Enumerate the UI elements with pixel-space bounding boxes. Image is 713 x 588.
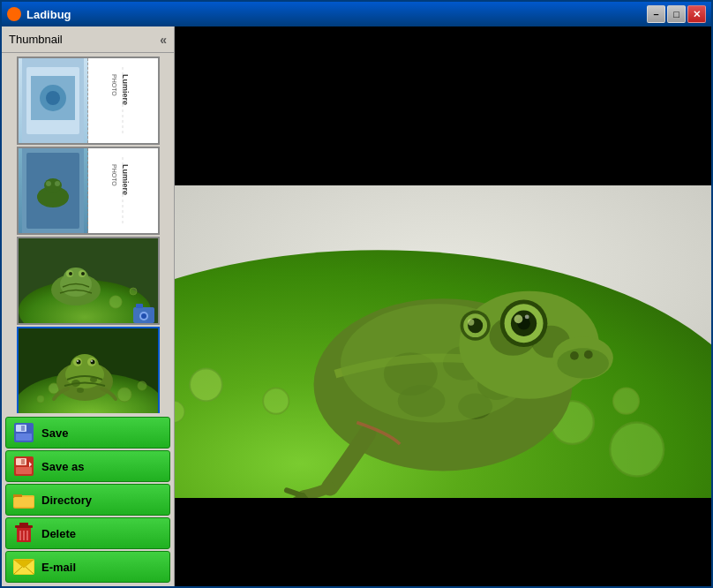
sidebar-actions: Save Save as	[2, 413, 174, 586]
sidebar-header: Thumbnail «	[2, 26, 174, 53]
email-icon-container	[13, 556, 34, 577]
floppy-disk-red-icon	[14, 456, 34, 476]
svg-point-106	[525, 314, 529, 319]
svg-point-14	[55, 181, 60, 186]
trash-icon	[15, 523, 33, 544]
svg-point-46	[77, 388, 84, 393]
thumb2-left	[19, 148, 88, 233]
save-as-label: Save as	[41, 460, 84, 473]
main-image-area	[175, 185, 711, 498]
window-title: Ladibug	[26, 8, 71, 21]
svg-point-44	[71, 380, 80, 387]
thumb1-right: Lumiere PHOTO	[88, 58, 158, 143]
svg-point-43	[71, 354, 99, 377]
thumb3-image	[19, 238, 158, 323]
svg-rect-68	[19, 523, 28, 526]
thumbnail-item-2[interactable]: Lumiere PHOTO	[17, 147, 160, 235]
thumb2-right: Lumiere PHOTO	[88, 148, 158, 233]
bottom-black-area	[175, 498, 711, 586]
app-icon	[7, 7, 21, 21]
svg-rect-32	[136, 304, 143, 308]
floppy-disk-icon	[14, 423, 34, 442]
svg-text:PHOTO: PHOTO	[111, 74, 117, 96]
thumbnail-item-1[interactable]: Lumiere PHOTO	[17, 57, 160, 145]
thumb1-left	[19, 58, 88, 143]
email-icon	[13, 559, 34, 575]
thumb1-left-image	[22, 58, 84, 143]
email-label: E-mail	[41, 561, 76, 574]
svg-point-49	[76, 360, 80, 365]
svg-point-86	[263, 388, 289, 413]
directory-button[interactable]: Directory	[5, 484, 170, 516]
directory-label: Directory	[41, 494, 92, 507]
save-label: Save	[41, 426, 68, 440]
save-as-button[interactable]: Save as	[5, 450, 170, 482]
title-bar-controls: – □ ✕	[647, 5, 706, 23]
thumbnail-label: Thumbnail	[9, 33, 63, 46]
directory-icon-container	[13, 489, 34, 510]
delete-label: Delete	[41, 527, 76, 540]
sidebar: Thumbnail «	[2, 26, 175, 586]
svg-rect-66	[14, 497, 34, 507]
svg-point-29	[69, 272, 72, 275]
svg-point-38	[117, 388, 131, 402]
close-button[interactable]: ✕	[687, 5, 706, 23]
thumb1-right-image: Lumiere PHOTO	[92, 58, 154, 143]
folder-icon	[13, 491, 34, 509]
main-view	[175, 26, 711, 586]
svg-point-40	[37, 396, 44, 403]
svg-point-52	[91, 360, 93, 362]
save-as-icon-container	[13, 456, 34, 477]
svg-point-30	[81, 272, 85, 275]
svg-point-13	[46, 181, 51, 186]
svg-text:PHOTO: PHOTO	[111, 164, 117, 186]
save-button[interactable]: Save	[5, 417, 170, 449]
svg-rect-56	[21, 426, 25, 431]
main-content: Thumbnail «	[2, 26, 711, 586]
svg-point-98	[557, 348, 609, 378]
svg-rect-55	[16, 433, 32, 441]
svg-point-100	[584, 351, 593, 359]
svg-point-99	[570, 351, 579, 360]
thumb4-image	[19, 328, 158, 413]
svg-point-105	[514, 314, 523, 323]
svg-point-34	[141, 313, 146, 319]
title-bar-left: Ladibug	[7, 7, 71, 21]
thumbnail-item-3[interactable]	[17, 237, 160, 325]
svg-point-4	[46, 91, 60, 105]
svg-point-83	[613, 388, 639, 413]
thumb2-left-image	[22, 148, 84, 233]
main-frog-image	[175, 185, 711, 498]
svg-point-50	[90, 360, 94, 365]
thumbnail-list[interactable]: Lumiere PHOTO	[2, 53, 174, 413]
delete-button[interactable]: Delete	[5, 517, 170, 549]
save-icon-container	[13, 422, 34, 443]
svg-point-80	[190, 369, 222, 402]
svg-point-51	[77, 360, 79, 362]
top-black-area	[175, 26, 711, 185]
svg-point-110	[468, 319, 474, 325]
maximize-button[interactable]: □	[667, 5, 686, 23]
collapse-button[interactable]: «	[160, 33, 167, 47]
svg-point-85	[610, 423, 664, 477]
thumbnail-item-4[interactable]	[17, 327, 160, 413]
svg-point-39	[138, 381, 146, 390]
svg-point-23	[130, 288, 137, 295]
minimize-button[interactable]: –	[647, 5, 665, 23]
email-button[interactable]: E-mail	[5, 551, 170, 583]
title-bar: Ladibug – □ ✕	[2, 2, 711, 26]
svg-rect-59	[16, 467, 32, 474]
svg-point-22	[109, 296, 122, 308]
main-window: Ladibug – □ ✕ Thumbnail «	[0, 0, 713, 588]
delete-icon-container	[13, 523, 34, 544]
svg-point-45	[90, 377, 97, 382]
thumb2-right-image: Lumiere PHOTO	[92, 148, 154, 233]
svg-rect-60	[21, 459, 25, 464]
